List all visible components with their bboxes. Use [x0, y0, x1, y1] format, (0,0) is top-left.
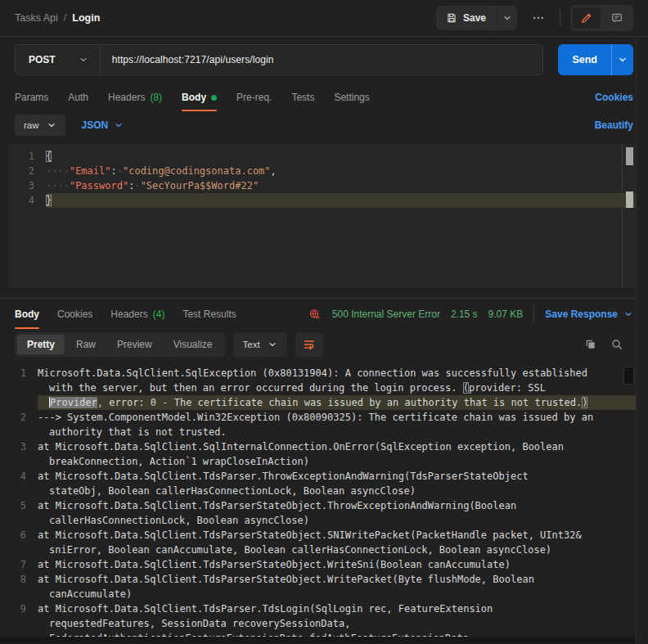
response-line[interactable]: Provider, error: 0 - The certificate cha… — [0, 395, 648, 410]
more-options-button[interactable] — [527, 7, 550, 29]
response-line[interactable]: 6at Microsoft.Data.SqlClient.TdsParserSt… — [0, 528, 648, 543]
response-line[interactable]: 9at Microsoft.Data.SqlClient.TdsParser.T… — [0, 601, 648, 616]
send-options-button[interactable] — [611, 44, 633, 75]
url-bar: POST https://localhost:7217/api/users/lo… — [0, 37, 648, 83]
response-line[interactable]: with the server, but then an error occur… — [0, 381, 648, 395]
url-input[interactable]: https://localhost:7217/api/users/login — [101, 54, 286, 65]
breadcrumb-request-name[interactable]: Login — [72, 12, 100, 24]
response-tab-body[interactable]: Body — [15, 299, 39, 329]
response-tab-test-results[interactable]: Test Results — [182, 299, 236, 329]
editor-scrollbar-thumb[interactable] — [626, 147, 633, 165]
comment-icon — [610, 11, 623, 25]
more-icon — [532, 11, 545, 25]
send-button[interactable]: Send — [558, 44, 611, 75]
breadcrumb-collection[interactable]: Tasks Api — [15, 12, 58, 24]
editor-line[interactable]: 3····"Password":·"SecYourPa$$Word#22" — [8, 178, 636, 193]
editor-line[interactable]: 4} — [8, 193, 636, 208]
response-tab-headers[interactable]: Headers(4) — [110, 299, 164, 329]
meta-divider — [533, 305, 534, 323]
breadcrumb-separator: / — [64, 12, 66, 24]
tab-label: Auth — [68, 92, 88, 103]
chevron-down-icon — [47, 120, 56, 130]
response-body-viewer[interactable]: 1Microsoft.Data.SqlClient.SqlException (… — [0, 362, 648, 643]
wrap-text-icon — [303, 338, 316, 351]
response-toolbar: Pretty Raw Preview Visualize Text — [0, 329, 648, 362]
editor-scrollbar[interactable] — [622, 144, 636, 288]
response-line[interactable]: 5at Microsoft.Data.SqlClient.TdsParserSt… — [0, 498, 648, 513]
tab-auth[interactable]: Auth — [68, 83, 88, 111]
tab-params[interactable]: Params — [15, 83, 48, 111]
save-split-button: Save — [436, 6, 517, 30]
tab-pre-request[interactable]: Pre-req. — [236, 83, 272, 111]
editor-line[interactable]: 2····"Email":·"coding@codingsonata.com", — [8, 164, 636, 178]
response-code-lines: 1Microsoft.Data.SqlClient.SqlException (… — [0, 366, 648, 643]
tab-label: Tests — [291, 92, 314, 103]
response-horizontal-scrollbar[interactable] — [0, 637, 648, 643]
tab-label: Body — [15, 308, 39, 320]
tab-body[interactable]: Body — [182, 83, 217, 111]
header-actions: Save — [436, 5, 633, 31]
modified-dot-icon — [211, 95, 217, 101]
save-options-button[interactable] — [496, 6, 517, 30]
response-line[interactable]: canAccumulate) — [0, 587, 648, 601]
tab-headers[interactable]: Headers(8) — [108, 83, 162, 111]
tab-label: Headers — [110, 308, 147, 320]
tab-label: Params — [15, 92, 48, 103]
response-tab-cookies[interactable]: Cookies — [57, 299, 92, 329]
beautify-link[interactable]: Beautify — [595, 119, 633, 131]
save-icon — [446, 12, 457, 24]
tab-tests[interactable]: Tests — [291, 83, 314, 111]
method-select[interactable]: POST — [16, 54, 100, 65]
response-time[interactable]: 2.15 s — [451, 308, 478, 320]
view-tab-preview[interactable]: Preview — [107, 335, 162, 354]
response-section: Body Cookies Headers(4) Test Results 500… — [0, 298, 648, 643]
response-format-select[interactable]: Text — [233, 332, 287, 357]
tab-label: Headers — [108, 92, 145, 103]
edit-mode-button[interactable] — [573, 7, 601, 29]
wrap-lines-button[interactable] — [295, 332, 323, 357]
tab-label: Settings — [334, 92, 369, 103]
response-meta: 500 Internal Server Error 2.15 s 9.07 KB… — [308, 305, 633, 323]
tab-label: Body — [182, 92, 206, 103]
response-line[interactable]: sniError, Boolean canAccumulate, Boolean… — [0, 543, 648, 557]
response-line[interactable]: 8at Microsoft.Data.SqlClient.TdsParserSt… — [0, 572, 648, 587]
response-line[interactable]: stateObj, Boolean callerHasConnectionLoc… — [0, 484, 648, 498]
search-icon[interactable] — [610, 338, 623, 351]
editor-line[interactable]: 1{ — [8, 149, 636, 164]
response-line[interactable]: authority that is not trusted. — [0, 425, 648, 439]
view-tab-raw[interactable]: Raw — [66, 335, 106, 354]
response-scrollbar-thumb[interactable] — [623, 367, 634, 385]
comments-button[interactable] — [603, 7, 631, 29]
tab-settings[interactable]: Settings — [334, 83, 369, 111]
response-line[interactable]: callerHasConnectionLock, Boolean asyncCl… — [0, 513, 648, 528]
status-badge[interactable]: 500 Internal Server Error — [332, 308, 440, 320]
response-line[interactable]: 3at Microsoft.Data.SqlClient.SqlInternal… — [0, 439, 648, 454]
language-select[interactable]: JSON — [82, 119, 124, 131]
response-tabs: Body Cookies Headers(4) Test Results 500… — [0, 299, 648, 329]
copy-icon[interactable] — [584, 338, 597, 351]
response-tools — [584, 338, 633, 351]
language-value: JSON — [82, 119, 109, 131]
chevron-down-icon — [268, 340, 277, 349]
response-line[interactable]: 7at Microsoft.Data.SqlClient.TdsParserSt… — [0, 557, 648, 572]
view-tab-visualize[interactable]: Visualize — [164, 335, 223, 354]
response-line[interactable]: 2---> System.ComponentModel.Win32Excepti… — [0, 410, 648, 425]
cookies-link[interactable]: Cookies — [595, 92, 633, 103]
response-line[interactable]: 4at Microsoft.Data.SqlClient.TdsParser.T… — [0, 469, 648, 484]
request-body-editor[interactable]: 1{2····"Email":·"coding@codingsonata.com… — [8, 144, 636, 288]
body-type-row: raw JSON Beautify — [0, 111, 648, 139]
response-size[interactable]: 9.07 KB — [488, 308, 524, 320]
response-line[interactable]: breakConnection, Action`1 wrapCloseInAct… — [0, 454, 648, 469]
tab-label: Test Results — [182, 308, 236, 320]
save-response-button[interactable]: Save Response — [545, 308, 633, 320]
view-tab-pretty[interactable]: Pretty — [17, 335, 65, 354]
headers-count: (8) — [150, 92, 162, 103]
save-button[interactable]: Save — [436, 6, 496, 30]
response-line[interactable]: 1Microsoft.Data.SqlClient.SqlException (… — [0, 366, 648, 381]
method-url-field: POST https://localhost:7217/api/users/lo… — [15, 44, 543, 75]
response-line[interactable]: requestedFeatures, SessionData recoveryS… — [0, 616, 648, 631]
breadcrumb: Tasks Api / Login — [15, 12, 100, 24]
chevron-down-icon — [502, 13, 512, 23]
page-scrollbar-rail[interactable] — [636, 37, 648, 644]
body-type-select[interactable]: raw — [15, 115, 65, 136]
